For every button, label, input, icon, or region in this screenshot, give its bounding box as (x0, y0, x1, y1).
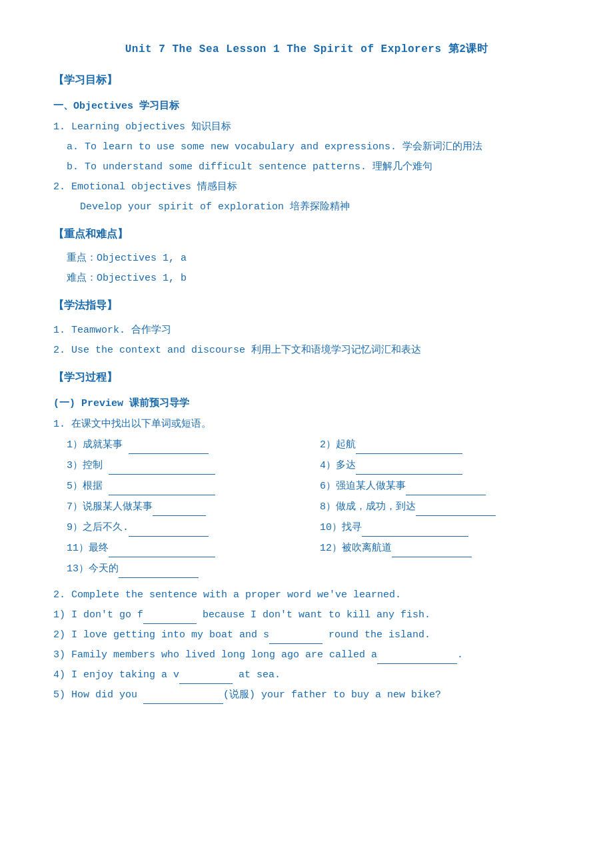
vocab-item-4: 4）多达 (306, 457, 560, 475)
vocab-num-10: 10）找寻 (320, 522, 362, 533)
vocab-num-5: 5）根据 (67, 481, 109, 492)
sentence-4: 4) I enjoy taking a v at sea. (53, 666, 560, 684)
sentence-3: 3) Family members who lived long long ag… (53, 646, 560, 664)
vocab-item-2: 2）起航 (306, 436, 560, 454)
vocab-num-11: 11）最终 (67, 543, 109, 554)
vocab-item-3: 3）控制 (53, 457, 306, 475)
sentence-2: 2) I love getting into my boat and s rou… (53, 626, 560, 644)
vocab-item-1: 1）成就某事 (53, 436, 306, 454)
vocab-row-5: 9）之后不久. 10）找寻 (53, 519, 560, 537)
vocab-num-13: 13）今天的 (67, 563, 119, 575)
difficult-point: 难点：Objectives 1, b (53, 269, 560, 287)
vocab-blank-9[interactable] (129, 526, 209, 537)
sentence-1: 1) I don't go f because I don't want to … (53, 606, 560, 624)
key-points-header: 【重点和难点】 (53, 225, 560, 245)
obj2-content: Develop your spirit of exploration 培养探险精… (53, 198, 560, 216)
key-point: 重点：Objectives 1, a (53, 249, 560, 267)
method1: 1. Teamwork. 合作学习 (53, 321, 560, 339)
vocab-item-5: 5）根据 (53, 477, 306, 495)
vocab-item-8: 8）做成，成功，到达 (306, 498, 560, 516)
vocab-blank-8[interactable] (416, 505, 496, 516)
vocab-row-1: 1）成就某事 2）起航 (53, 436, 560, 454)
vocab-item-11: 11）最终 (53, 539, 306, 557)
vocab-num-8: 8）做成，成功，到达 (320, 501, 416, 513)
task2-label: 2. Complete the sentence with a proper w… (53, 586, 560, 604)
vocab-num-3: 3）控制 (67, 460, 109, 471)
study-method-header: 【学法指导】 (53, 297, 560, 316)
vocab-blank-4[interactable] (356, 464, 462, 475)
vocab-blank-6[interactable] (406, 485, 486, 495)
vocab-blank-3[interactable] (109, 464, 215, 475)
vocab-item-9: 9）之后不久. (53, 519, 306, 537)
page-title: Unit 7 The Sea Lesson 1 The Spirit of Ex… (53, 40, 560, 59)
task1-label: 1. 在课文中找出以下单词或短语。 (53, 415, 560, 433)
sentence-3-blank[interactable] (377, 653, 457, 664)
vocab-blank-1[interactable] (129, 443, 209, 454)
vocab-blank-12[interactable] (392, 547, 472, 557)
objectives-title: 一、Objectives 学习目标 (53, 97, 560, 115)
obj1-label: 1. Learning objectives 知识目标 (53, 118, 560, 136)
vocab-row-4: 7）说服某人做某事 8）做成，成功，到达 (53, 498, 560, 516)
vocab-blank-11[interactable] (109, 547, 215, 557)
vocab-blank-2[interactable] (356, 443, 462, 454)
vocab-item-empty (306, 560, 560, 578)
sentence-2-blank[interactable] (269, 633, 322, 644)
vocab-row-3: 5）根据 6）强迫某人做某事 (53, 477, 560, 495)
vocab-row-2: 3）控制 4）多达 (53, 457, 560, 475)
vocab-item-7: 7）说服某人做某事 (53, 498, 306, 516)
vocab-num-2: 2）起航 (320, 439, 356, 451)
vocab-item-6: 6）强迫某人做某事 (306, 477, 560, 495)
preview-header: (一) Preview 课前预习导学 (53, 395, 560, 413)
vocab-num-6: 6）强迫某人做某事 (320, 481, 406, 492)
obj1a: a. To learn to use some new vocabulary a… (53, 138, 560, 156)
vocab-blank-7[interactable] (153, 505, 206, 516)
vocab-item-10: 10）找寻 (306, 519, 560, 537)
obj1b: b. To understand some difficult sentence… (53, 158, 560, 176)
vocab-row-7: 13）今天的 (53, 560, 560, 578)
sentence-5-blank[interactable] (143, 693, 223, 704)
vocab-blank-5[interactable] (109, 485, 215, 495)
vocab-num-9: 9）之后不久. (67, 522, 129, 533)
obj2-label: 2. Emotional objectives 情感目标 (53, 178, 560, 196)
learning-objectives-header: 【学习目标】 (53, 71, 560, 91)
vocab-row-6: 11）最终 12）被吹离航道 (53, 539, 560, 557)
vocab-item-13: 13）今天的 (53, 560, 306, 578)
vocab-num-4: 4）多达 (320, 460, 356, 471)
vocab-num-12: 12）被吹离航道 (320, 543, 392, 554)
sentence-1-blank[interactable] (143, 613, 197, 624)
vocab-num-7: 7）说服某人做某事 (67, 501, 153, 513)
vocab-num-1: 1）成就某事 (67, 439, 129, 451)
vocab-item-12: 12）被吹离航道 (306, 539, 560, 557)
vocab-blank-10[interactable] (362, 526, 468, 537)
sentence-4-blank[interactable] (179, 673, 233, 684)
method2: 2. Use the context and discourse 利用上下文和语… (53, 341, 560, 359)
vocab-blank-13[interactable] (119, 567, 199, 578)
learning-process-header: 【学习过程】 (53, 369, 560, 388)
sentence-5: 5) How did you (说服) your father to buy a… (53, 686, 560, 704)
